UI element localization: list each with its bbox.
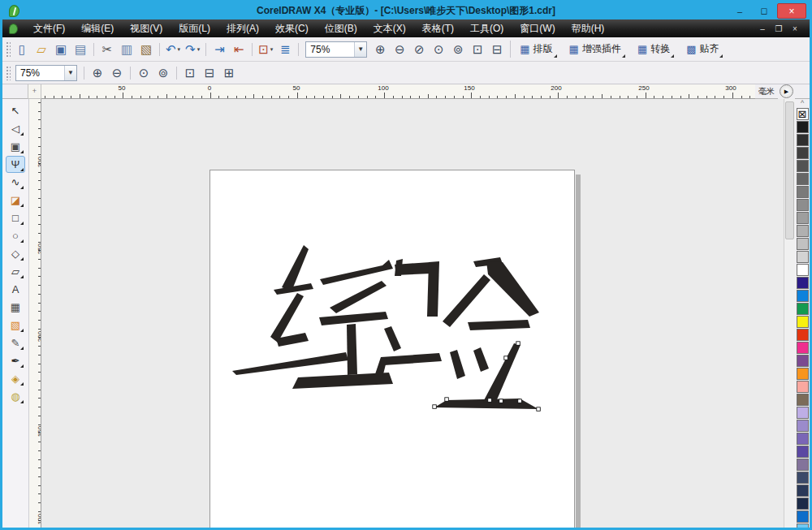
color-swatch-6[interactable] (797, 199, 809, 211)
application-launcher-button[interactable]: ⊡▾ (256, 40, 275, 59)
zoom-to-page-height-button[interactable]: ⊞ (219, 63, 239, 83)
undo-button[interactable]: ↶▾ (163, 40, 183, 59)
ellipse-tool[interactable]: ○ (6, 227, 25, 244)
snap-button[interactable]: ▩贴齐 (680, 40, 724, 59)
convert-button[interactable]: ▦转换 (632, 40, 676, 59)
color-swatch-31[interactable] (797, 524, 809, 528)
redo-button[interactable]: ↷▾ (183, 40, 202, 59)
color-swatch-21[interactable] (797, 394, 809, 406)
doc-close-button[interactable]: × (787, 24, 803, 33)
horizontal-ruler[interactable]: 50050100150200250300 (41, 84, 755, 99)
zoom-to-selected-button[interactable]: ⊙ (429, 40, 448, 59)
polygon-tool[interactable]: ◇ (6, 245, 25, 262)
rectangle-tool[interactable]: □ (6, 209, 25, 226)
new-document-button[interactable]: ▯ (12, 40, 32, 59)
color-swatch-0[interactable] (797, 121, 809, 133)
minimize-button[interactable]: – (728, 4, 751, 18)
color-swatch-10[interactable] (797, 251, 809, 263)
ruler-nav-button[interactable]: ▶ (780, 84, 793, 98)
eyedropper-tool[interactable]: ✎ (6, 334, 25, 351)
zoom-to-all-objects-button[interactable]: ⊚ (448, 40, 468, 59)
color-swatch-30[interactable] (797, 511, 809, 523)
menu-item-edit[interactable]: 编辑(E) (73, 19, 122, 38)
propbar-grip[interactable] (5, 65, 11, 80)
freehand-tool[interactable]: ∿ (6, 174, 25, 191)
print-button[interactable]: ▤ (71, 40, 90, 59)
shape-tool[interactable]: ◁ (6, 120, 25, 137)
paste-button[interactable]: ▧ (136, 40, 156, 59)
interactive-blend-tool[interactable]: ▧ (6, 317, 25, 334)
menu-item-window[interactable]: 窗口(W) (512, 19, 563, 38)
color-swatch-17[interactable] (797, 342, 809, 354)
color-swatch-2[interactable] (797, 147, 809, 159)
zoom-to-page-button[interactable]: ⊡ (180, 63, 200, 83)
doc-minimize-button[interactable]: – (754, 24, 771, 33)
cut-button[interactable]: ✂ (97, 40, 117, 59)
zoom-out-button[interactable]: ⊖ (390, 40, 409, 59)
color-swatch-5[interactable] (797, 186, 809, 198)
color-swatch-1[interactable] (797, 134, 809, 146)
menu-item-help[interactable]: 帮助(H) (564, 19, 613, 38)
menu-item-arrange[interactable]: 排列(A) (218, 19, 267, 38)
color-swatch-28[interactable] (797, 485, 809, 497)
doc-restore-button[interactable]: ❐ (771, 24, 787, 33)
color-swatch-23[interactable] (797, 420, 809, 432)
save-button[interactable]: ▣ (51, 40, 71, 59)
combo-arrow-icon[interactable]: ▼ (64, 66, 76, 80)
dropdown-arrow-icon[interactable]: ▾ (178, 46, 181, 53)
color-swatch-19[interactable] (797, 368, 809, 380)
zoom-to-page-width-button[interactable]: ⊟ (200, 63, 219, 83)
zoom-in-button[interactable]: ⊕ (88, 63, 107, 83)
color-swatch-14[interactable] (797, 303, 809, 315)
color-swatch-12[interactable] (797, 277, 809, 289)
color-swatch-16[interactable] (797, 329, 809, 341)
vertical-scrollbar[interactable] (784, 99, 795, 528)
basic-shapes-tool[interactable]: ▱ (6, 263, 25, 280)
zoom-to-all-objects-button[interactable]: ⊚ (153, 63, 173, 83)
export-button[interactable]: ⇤ (229, 40, 248, 59)
palette-scroll-up-icon[interactable]: ^ (801, 99, 804, 108)
no-fill-swatch[interactable]: ⊠ (797, 108, 809, 120)
fill-tool[interactable]: ◈ (6, 370, 25, 387)
vertical-ruler[interactable]: 300250200150100 (29, 99, 41, 528)
zoom-out-button[interactable]: ⊖ (107, 63, 127, 83)
menu-item-table[interactable]: 表格(T) (414, 19, 462, 38)
color-swatch-8[interactable] (797, 225, 809, 237)
import-button[interactable]: ⇥ (209, 40, 229, 59)
text-tool[interactable]: A (6, 281, 25, 298)
color-swatch-13[interactable] (797, 290, 809, 302)
maximize-button[interactable]: ◻ (753, 4, 775, 18)
color-swatch-9[interactable] (797, 238, 809, 250)
zoom-to-page-width-button[interactable]: ⊟ (487, 40, 507, 59)
color-swatch-22[interactable] (797, 407, 809, 419)
combo-arrow-icon[interactable]: ▼ (354, 42, 366, 57)
menu-item-layout[interactable]: 版面(L) (171, 19, 218, 38)
color-swatch-11[interactable] (797, 264, 809, 276)
dropdown-arrow-icon[interactable]: ▾ (197, 46, 201, 53)
color-swatch-18[interactable] (797, 355, 809, 367)
scrollbar-thumb[interactable] (785, 101, 794, 239)
menu-item-tools[interactable]: 工具(O) (462, 19, 512, 38)
zoom-to-selected-button[interactable]: ⊙ (134, 63, 153, 83)
pick-tool[interactable]: ↖ (6, 102, 25, 119)
color-swatch-27[interactable] (797, 472, 809, 484)
dropdown-arrow-icon[interactable]: ▾ (270, 46, 274, 53)
interactive-fill-tool[interactable]: ◍ (6, 388, 25, 405)
zoom-one-to-one-button[interactable]: ⊘ (409, 40, 429, 59)
color-swatch-3[interactable] (797, 160, 809, 172)
ruler-origin-icon[interactable]: + (28, 84, 41, 99)
drawing-canvas[interactable]: 经验 (41, 99, 784, 528)
open-button[interactable]: ▱ (32, 40, 51, 59)
close-button[interactable]: × (777, 3, 806, 19)
color-swatch-29[interactable] (797, 498, 809, 510)
color-swatch-7[interactable] (797, 212, 809, 224)
zoom-in-button[interactable]: ⊕ (370, 40, 390, 59)
crop-tool[interactable]: ▣ (6, 138, 25, 155)
color-swatch-20[interactable] (797, 381, 809, 393)
copy-button[interactable]: ▥ (117, 40, 136, 59)
menu-item-text[interactable]: 文本(X) (365, 19, 414, 38)
propbar-zoom-combo[interactable]: 75% ▼ (15, 65, 77, 81)
typesetting-button[interactable]: ▦排版 (514, 40, 558, 59)
table-tool[interactable]: ▦ (6, 299, 25, 316)
zoom-level-combo[interactable]: 75% ▼ (305, 41, 367, 58)
